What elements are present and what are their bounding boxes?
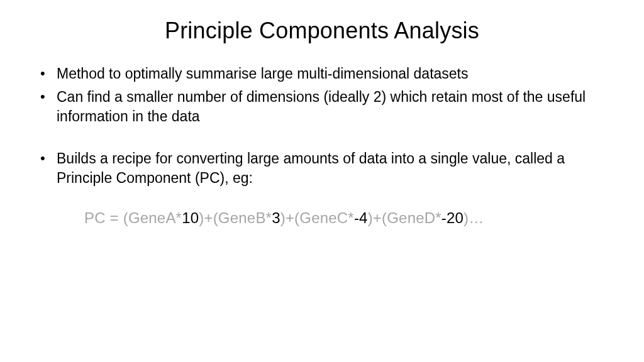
slide-title: Principle Components Analysis — [35, 18, 609, 44]
bullet-item: Can find a smaller number of dimensions … — [35, 87, 609, 126]
eq-part: )+(GeneC* — [280, 209, 354, 226]
eq-number: -4 — [354, 209, 368, 226]
eq-number: -20 — [441, 209, 464, 226]
eq-number: 10 — [182, 209, 199, 226]
bullet-item: Builds a recipe for converting large amo… — [35, 149, 609, 188]
bullet-list: Method to optimally summarise large mult… — [35, 64, 609, 126]
bullet-list: Builds a recipe for converting large amo… — [35, 149, 609, 188]
equation: PC = (GeneA*10)+(GeneB*3)+(GeneC*-4)+(Ge… — [35, 209, 609, 227]
eq-number: 3 — [272, 209, 280, 226]
eq-part: )+(GeneB* — [199, 209, 272, 226]
eq-part: PC = (GeneA* — [84, 209, 182, 226]
eq-part: )+(GeneD* — [368, 209, 441, 226]
spacer — [35, 130, 609, 149]
eq-part: )… — [464, 209, 484, 226]
bullet-item: Method to optimally summarise large mult… — [35, 64, 609, 84]
